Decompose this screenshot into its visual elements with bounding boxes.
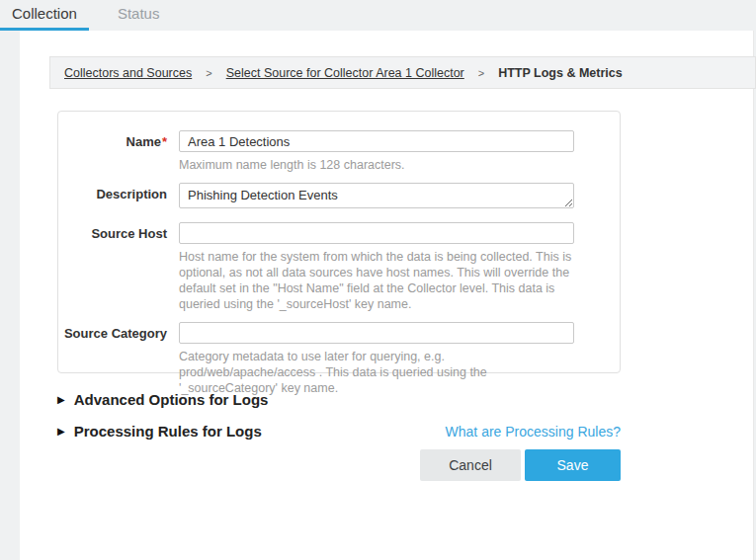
breadcrumb-separator-icon: > xyxy=(478,67,484,79)
form-actions: Cancel Save xyxy=(420,449,621,481)
source-category-input[interactable] xyxy=(179,322,574,344)
source-host-input[interactable] xyxy=(179,222,574,244)
description-textarea[interactable]: Phishing Detection Events xyxy=(179,183,574,208)
form-row-source-host: Source Host Host name for the system fro… xyxy=(58,222,620,312)
form-row-name: Name* Maximum name length is 128 charact… xyxy=(58,130,620,173)
cancel-button[interactable]: Cancel xyxy=(420,449,521,481)
tab-bar: Collection Status xyxy=(0,0,171,31)
name-help-text: Maximum name length is 128 characters. xyxy=(179,157,572,173)
breadcrumb-separator-icon: > xyxy=(206,67,211,79)
name-input[interactable] xyxy=(179,130,574,152)
source-host-label: Source Host xyxy=(58,222,167,312)
save-button[interactable]: Save xyxy=(525,449,621,481)
source-config-form: Name* Maximum name length is 128 charact… xyxy=(57,111,621,373)
name-label-text: Name xyxy=(126,134,161,149)
breadcrumb-link-collectors-and-sources[interactable]: Collectors and Sources xyxy=(64,66,192,80)
processing-rules-label: Processing Rules for Logs xyxy=(74,423,262,440)
source-host-help-text: Host name for the system from which the … xyxy=(179,249,572,312)
advanced-options-section-toggle[interactable]: ▶ Advanced Options for Logs xyxy=(57,391,268,408)
tab-status[interactable]: Status xyxy=(106,0,172,31)
form-row-source-category: Source Category Category metadata to use… xyxy=(58,322,620,396)
tab-collection[interactable]: Collection xyxy=(0,0,89,31)
tab-status-label: Status xyxy=(118,5,160,22)
form-row-description: Description Phishing Detection Events xyxy=(58,183,620,212)
source-category-label: Source Category xyxy=(58,322,167,396)
breadcrumb-current: HTTP Logs & Metrics xyxy=(498,66,622,80)
source-category-help-text: Category metadata to use later for query… xyxy=(179,349,572,396)
expand-triangle-icon: ▶ xyxy=(57,427,65,437)
breadcrumb: Collectors and Sources > Select Source f… xyxy=(49,56,756,89)
processing-rules-section: ▶ Processing Rules for Logs What are Pro… xyxy=(57,423,621,440)
expand-triangle-icon: ▶ xyxy=(57,395,65,405)
processing-rules-section-toggle[interactable]: ▶ Processing Rules for Logs xyxy=(57,423,262,440)
advanced-options-label: Advanced Options for Logs xyxy=(74,391,269,408)
description-label: Description xyxy=(58,183,167,212)
tab-collection-label: Collection xyxy=(12,5,77,22)
name-label: Name* xyxy=(58,130,167,173)
breadcrumb-link-select-source[interactable]: Select Source for Collector Area 1 Colle… xyxy=(226,66,464,80)
required-asterisk: * xyxy=(162,134,167,149)
what-are-processing-rules-link[interactable]: What are Processing Rules? xyxy=(446,424,621,440)
